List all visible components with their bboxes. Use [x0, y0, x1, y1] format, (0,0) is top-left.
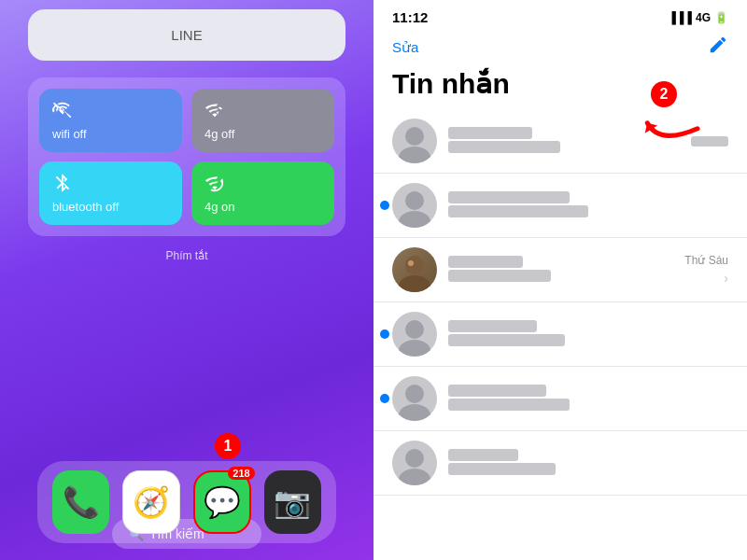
- 4g-off-icon: [204, 100, 225, 120]
- avatar-person-icon: [392, 183, 437, 228]
- svg-point-12: [405, 449, 424, 468]
- signal-bars-icon: ▐▐▐: [668, 11, 692, 24]
- camera-icon: 📷: [274, 484, 311, 520]
- message-name: [448, 256, 673, 268]
- avatar: [392, 441, 437, 485]
- message-content: [448, 320, 728, 348]
- blurred-preview: [448, 399, 570, 411]
- avatar: [392, 247, 437, 292]
- avatar-person-icon: [392, 376, 437, 421]
- message-preview: [448, 463, 728, 477]
- message-content: [448, 385, 728, 413]
- message-name: [448, 385, 728, 397]
- shortcut-4g-off-label: 4g off: [204, 127, 234, 141]
- unread-indicator: [380, 329, 389, 339]
- avatar: [392, 119, 437, 163]
- svg-point-8: [405, 320, 424, 339]
- unread-indicator: [380, 394, 389, 403]
- shortcut-4g-on[interactable]: 4g on: [191, 161, 334, 225]
- blurred-name: [448, 385, 546, 397]
- svg-point-1: [405, 127, 424, 146]
- message-content: [448, 449, 728, 477]
- right-panel: 11:12 ▐▐▐ 4G 🔋 Sửa Tin nhắn 2: [374, 0, 747, 560]
- unread-indicator: [380, 201, 389, 210]
- message-item[interactable]: [374, 431, 747, 496]
- dock: 📞 🧭 💬 218 📷: [37, 461, 336, 543]
- shortcuts-container: wifi off 4g off bluetooth off: [28, 77, 345, 236]
- edit-button[interactable]: Sửa: [392, 39, 418, 56]
- avatar-person-icon: [392, 312, 437, 357]
- message-name: [448, 320, 728, 332]
- status-icons: ▐▐▐ 4G 🔋: [668, 11, 728, 24]
- shortcut-wifi-label: wifi off: [52, 127, 87, 141]
- avatar-person-icon: [392, 441, 437, 485]
- message-name: [448, 191, 728, 203]
- message-preview: [448, 270, 673, 284]
- messages-icon: 💬: [204, 484, 241, 520]
- 4g-on-icon: [204, 173, 225, 193]
- compose-icon: [708, 35, 728, 55]
- avatar: [392, 183, 437, 228]
- svg-point-5: [405, 256, 424, 274]
- svg-point-3: [405, 191, 424, 210]
- blurred-name: [448, 256, 523, 268]
- shortcut-bluetooth[interactable]: bluetooth off: [39, 161, 182, 225]
- svg-point-6: [399, 275, 430, 292]
- message-name: [448, 449, 728, 461]
- message-meta: Thứ Sáu ›: [684, 254, 728, 286]
- status-time: 11:12: [392, 9, 428, 25]
- blurred-preview: [448, 270, 551, 282]
- blurred-preview: [448, 334, 565, 346]
- phone-icon: 📞: [63, 484, 100, 520]
- tin-nhan-title: Tin nhắn: [374, 65, 747, 109]
- message-content: [448, 256, 673, 284]
- blurred-name: [448, 449, 518, 461]
- avatar: [392, 312, 437, 357]
- messages-header: Sửa: [374, 31, 747, 65]
- blurred-name: [448, 127, 532, 139]
- avatar: [392, 376, 437, 421]
- dock-messages[interactable]: 💬 218: [193, 470, 251, 534]
- chevron-icon: ›: [724, 271, 728, 286]
- phim-tat-label: Phím tắt: [165, 249, 207, 262]
- shortcut-wifi[interactable]: wifi off: [39, 89, 182, 152]
- dock-safari[interactable]: 🧭: [122, 470, 180, 534]
- shortcut-bluetooth-label: bluetooth off: [52, 200, 119, 214]
- line-widget-card: LINE: [28, 9, 345, 61]
- svg-point-7: [408, 260, 414, 266]
- blurred-preview: [448, 205, 588, 217]
- messages-badge: 218: [228, 467, 254, 480]
- message-item[interactable]: Thứ Sáu ›: [374, 238, 747, 302]
- message-item[interactable]: [374, 174, 747, 238]
- message-content: [448, 191, 728, 219]
- step1-badge: 1: [215, 433, 241, 459]
- safari-icon: 🧭: [133, 484, 170, 520]
- svg-point-4: [399, 211, 430, 228]
- wifi-off-icon: [52, 100, 73, 120]
- battery-icon: 🔋: [714, 11, 728, 24]
- shortcut-4g-off[interactable]: 4g off: [191, 89, 334, 152]
- blurred-name: [448, 320, 537, 332]
- message-list: Thứ Sáu ›: [374, 109, 747, 560]
- status-bar: 11:12 ▐▐▐ 4G 🔋: [374, 0, 747, 31]
- message-item[interactable]: [374, 302, 747, 367]
- avatar-person-icon: [392, 119, 437, 163]
- message-item[interactable]: [374, 367, 747, 431]
- svg-point-10: [405, 385, 424, 403]
- signal-type-label: 4G: [696, 11, 711, 24]
- blurred-name: [448, 191, 570, 203]
- svg-point-2: [399, 147, 430, 163]
- avatar-photo-icon: [392, 247, 437, 292]
- bluetooth-off-icon: [52, 173, 73, 193]
- line-label: LINE: [171, 27, 202, 43]
- svg-point-9: [399, 340, 430, 357]
- blurred-preview: [448, 463, 556, 475]
- left-panel: LINE wifi off 4g off: [0, 0, 374, 560]
- svg-point-11: [399, 404, 430, 421]
- dock-phone[interactable]: 📞: [52, 470, 109, 534]
- blurred-preview: [448, 141, 560, 153]
- shortcut-4g-on-label: 4g on: [204, 200, 235, 214]
- compose-button[interactable]: [708, 35, 728, 60]
- message-preview: [448, 205, 728, 219]
- dock-camera[interactable]: 📷: [264, 470, 321, 534]
